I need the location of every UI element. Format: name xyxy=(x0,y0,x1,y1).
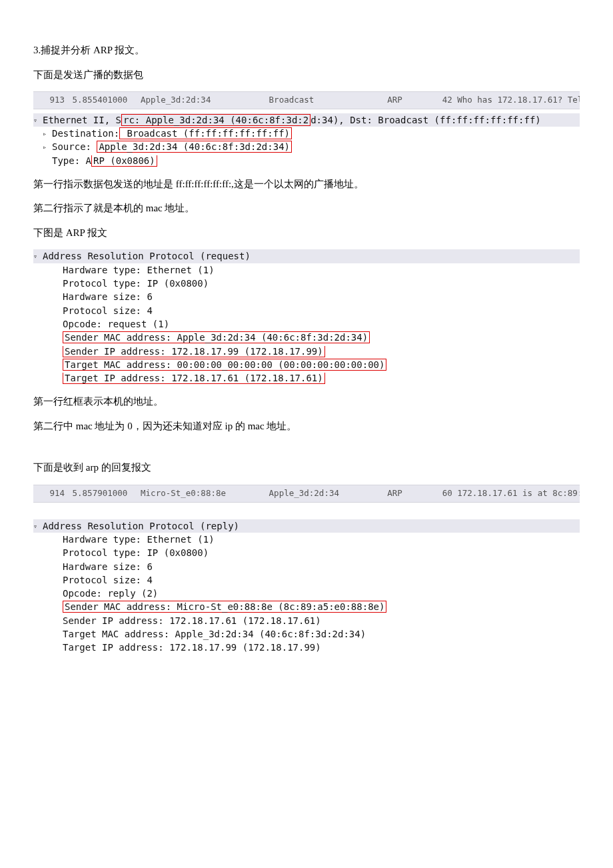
tree-row[interactable]: Address Resolution Protocol (reply) xyxy=(33,519,580,533)
text: d:34), Dst: Broadcast (ff:ff:ff:ff:ff:ff… xyxy=(310,115,541,125)
tree-row: Target IP address: 172.18.17.99 (172.18.… xyxy=(33,641,580,654)
highlight-box: RP (0x0806) xyxy=(91,155,157,167)
tree-row: Sender IP address: 172.18.17.99 (172.18.… xyxy=(33,345,580,358)
highlight-box: Broadcast (ff:ff:ff:ff:ff:ff) xyxy=(119,127,292,139)
tree-row: Protocol type: IP (0x0800) xyxy=(33,546,580,559)
body-text: 第一行指示数据包发送的地址是 ff:ff:ff:ff:ff:ff:,这是一个以太… xyxy=(33,177,580,192)
body-text: 下面是收到 arp 的回复报文 xyxy=(33,460,580,475)
col-destination: Broadcast xyxy=(269,94,382,107)
tree-row[interactable]: Ethernet II, Src: Apple_3d:2d:34 (40:6c:… xyxy=(33,113,580,127)
tree-row: Sender IP address: 172.18.17.61 (172.18.… xyxy=(33,614,580,627)
col-source: Apple_3d:2d:34 xyxy=(141,94,264,107)
packet-row: 913 5.855401000 Apple_3d:2d:34 Broadcast… xyxy=(33,91,580,109)
highlight-box: Sender MAC address: Apple_3d:2d:34 (40:6… xyxy=(63,331,370,343)
body-text: 下面是发送广播的数据包 xyxy=(33,67,580,83)
tree-row[interactable]: Destination: Broadcast (ff:ff:ff:ff:ff:f… xyxy=(33,127,580,140)
highlight-box: Apple_3d:2d:34 (40:6c:8f:3d:2d:34) xyxy=(97,141,292,153)
body-text: 下图是 ARP 报文 xyxy=(33,225,580,241)
tree-row: Target MAC address: Apple_3d:2d:34 (40:6… xyxy=(33,627,580,641)
highlight-box: rc: Apple_3d:2d:34 (40:6c:8f:3d:2 xyxy=(121,114,310,126)
text: Type: A xyxy=(52,155,91,166)
col-time: 5.855401000 xyxy=(70,94,136,107)
text: Address Resolution Protocol (request) xyxy=(43,251,251,261)
tree-row: Protocol size: 4 xyxy=(33,573,580,587)
highlight-box: Target IP address: 172.18.17.61 (172.18.… xyxy=(63,373,325,384)
body-text: 第二行中 mac 地址为 0，因为还未知道对应 ip 的 mac 地址。 xyxy=(33,419,580,434)
tree-row: Hardware size: 6 xyxy=(33,290,580,303)
tree-row: Protocol size: 4 xyxy=(33,304,580,317)
body-text: 3.捕捉并分析 ARP 报文。 xyxy=(33,43,580,58)
tree-row: Hardware type: Ethernet (1) xyxy=(33,533,580,546)
tree-row: Opcode: request (1) xyxy=(33,317,580,331)
col-protocol: ARP xyxy=(387,94,437,107)
col-destination: Apple_3d:2d:34 xyxy=(269,487,382,500)
tree-row: Target MAC address: 00:00:00_00:00:00 (0… xyxy=(33,358,580,371)
text: Address Resolution Protocol (reply) xyxy=(43,521,239,531)
tree-row: Opcode: reply (2) xyxy=(33,587,580,600)
tree-row: Protocol type: IP (0x0800) xyxy=(33,277,580,290)
tree-row: Hardware type: Ethernet (1) xyxy=(33,263,580,277)
body-text: 第二行指示了就是本机的 mac 地址。 xyxy=(33,201,580,216)
text: Ethernet II, S xyxy=(43,115,121,125)
tree-row[interactable]: Address Resolution Protocol (request) xyxy=(33,249,580,263)
body-text: 第一行红框表示本机的地址。 xyxy=(33,394,580,409)
col-info: 42 Who has 172.18.17.61? Tell 172.18.17.… xyxy=(442,94,580,107)
tree-row: Type: ARP (0x0806) xyxy=(33,154,580,167)
col-source: Micro-St_e0:88:8e xyxy=(141,487,264,500)
tree-row: Target IP address: 172.18.17.61 (172.18.… xyxy=(33,371,580,385)
text: Source: xyxy=(52,141,97,152)
highlight-box: Target MAC address: 00:00:00_00:00:00 (0… xyxy=(63,359,386,371)
col-time: 5.857901000 xyxy=(70,487,136,500)
col-no: 913 xyxy=(35,94,65,107)
text: Destination: xyxy=(52,128,119,139)
col-no: 914 xyxy=(35,487,65,500)
tree-row[interactable]: Source: Apple_3d:2d:34 (40:6c:8f:3d:2d:3… xyxy=(33,140,580,153)
highlight-box: Sender MAC address: Micro-St_e0:88:8e (8… xyxy=(63,601,386,613)
tree-row: Sender MAC address: Micro-St_e0:88:8e (8… xyxy=(33,600,580,613)
tree-row: Hardware size: 6 xyxy=(33,560,580,573)
col-protocol: ARP xyxy=(387,487,437,500)
col-info: 60 172.18.17.61 is at 8c:89:a5:e0:88:8e xyxy=(442,487,580,500)
tree-row: Sender MAC address: Apple_3d:2d:34 (40:6… xyxy=(33,331,580,344)
highlight-box: Sender IP address: 172.18.17.99 (172.18.… xyxy=(63,346,325,357)
packet-row: 914 5.857901000 Micro-St_e0:88:8e Apple_… xyxy=(33,485,580,503)
